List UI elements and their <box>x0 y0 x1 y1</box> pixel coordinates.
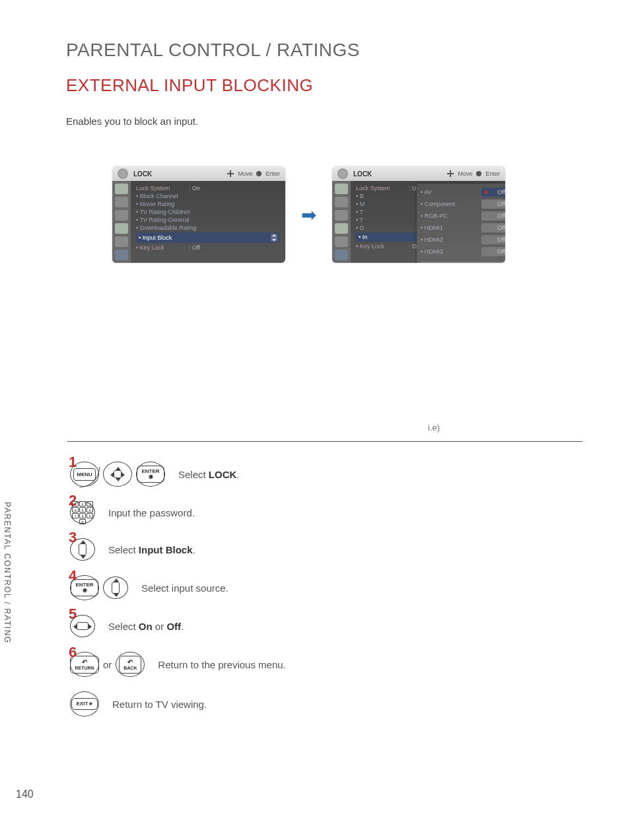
lock-icon <box>337 168 348 179</box>
instruction-steps: 1 MENU ENTER◉ Select LOCK. 2 <box>70 462 584 717</box>
osd-header: LOCK Move Enter <box>112 166 285 181</box>
osd-key-lock-row: • Key Lock : Off <box>136 244 280 251</box>
osd-screenshots-row: LOCK Move Enter <box>112 166 584 263</box>
popup-row-av: • AV Off <box>421 188 505 197</box>
side-vertical-label: PARENTAL CONTROL / RATING <box>3 502 12 644</box>
popup-row-rgbpc: • RGB-PC Off <box>421 211 505 221</box>
popup-row-hdmi2: • HDMI2 Off <box>421 235 505 244</box>
popup-close-button: Close <box>421 262 505 263</box>
osd-header: LOCK Move Enter <box>332 166 505 181</box>
step-4-text: Select input source. <box>141 582 228 594</box>
sidebar-icon <box>115 223 128 234</box>
enter-label: Enter <box>265 170 280 177</box>
sidebar-icon <box>335 250 348 260</box>
osd-panel-left: LOCK Move Enter <box>112 166 285 263</box>
enter-dot-icon <box>256 171 262 176</box>
osd-panel-right: LOCK Move Enter <box>332 166 505 263</box>
popup-row-hdmi3: • HDMI3 Off <box>421 247 505 256</box>
enter-label: Enter <box>485 170 500 177</box>
page-heading: PARENTAL CONTROL / RATINGS <box>66 40 584 61</box>
step-2-text: Input the password. <box>108 507 195 518</box>
page-number: 140 <box>16 788 34 800</box>
triangle-left-icon <box>484 190 487 195</box>
section-heading: EXTERNAL INPUT BLOCKING <box>66 75 584 96</box>
step-2: 2 123 456 789 0 Input the password. <box>70 501 584 524</box>
osd-lock-system-row: Lock System : On <box>136 185 280 192</box>
step-1: 1 MENU ENTER◉ Select LOCK. <box>70 462 584 487</box>
sidebar-icon <box>335 236 348 247</box>
step-4: 4 ENTER◉ Select input source. <box>70 575 584 600</box>
exit-button: EXIT ⎆ <box>70 691 99 717</box>
step-exit-text: Return to TV viewing. <box>112 699 207 710</box>
osd-sidebar <box>332 181 351 263</box>
step-5-text: Select On or Off. <box>108 621 184 632</box>
step-6: 6 ↶RETURN or ↶BACK Return to the previou… <box>70 652 584 677</box>
step-exit: EXIT ⎆ Return to TV viewing. <box>70 691 584 717</box>
osd-item: • TV Rating-Children <box>136 209 280 215</box>
or-text: or <box>103 659 112 670</box>
step-5: 5 Select On or Off. <box>70 615 584 637</box>
sidebar-icon <box>115 197 128 207</box>
sidebar-icon <box>335 223 348 234</box>
sidebar-icon <box>335 184 348 194</box>
step-3: 3 Select Input Block. <box>70 538 584 561</box>
divider <box>67 441 582 442</box>
direction-pad-icon <box>103 462 132 487</box>
back-button: ↶BACK <box>116 652 145 677</box>
sidebar-icon <box>115 236 128 247</box>
step-1-text: Select LOCK. <box>178 469 240 480</box>
step-6-text: Return to the previous menu. <box>158 659 285 670</box>
move-label: Move <box>458 170 472 177</box>
osd-item: • Movie Rating <box>136 201 280 207</box>
arrow-right-icon: ➡ <box>301 204 316 226</box>
lock-icon <box>118 168 128 179</box>
osd-sidebar <box>112 181 131 263</box>
up-down-button <box>103 577 128 599</box>
osd-item: • Block Channel <box>136 193 280 199</box>
osd-item-selected-input-block: • Input Block <box>136 232 280 243</box>
move-cross-icon <box>447 170 454 177</box>
move-cross-icon <box>227 170 234 177</box>
sidebar-icon <box>335 210 348 221</box>
sidebar-icon <box>115 210 128 221</box>
ie-note: i.e) <box>428 423 440 433</box>
osd-title: LOCK <box>133 170 152 178</box>
enter-button: ENTER◉ <box>136 462 165 487</box>
popup-row-component: • Component Off <box>421 199 505 209</box>
sidebar-icon <box>115 184 128 194</box>
updown-icon <box>271 234 277 242</box>
step-3-text: Select Input Block. <box>108 544 195 555</box>
enter-dot-icon <box>476 171 481 176</box>
sidebar-icon <box>335 197 348 207</box>
input-block-popup: • AV Off • Component Off • RGB-PC Off <box>417 184 505 263</box>
osd-item: • Downloadable Rating <box>136 225 280 231</box>
osd-item: • TV Rating-General <box>136 217 280 223</box>
popup-row-hdmi1: • HDMI1 Off <box>421 223 505 232</box>
intro-text: Enables you to block an input. <box>66 116 584 127</box>
osd-title: LOCK <box>353 170 372 178</box>
move-label: Move <box>238 170 252 177</box>
sidebar-icon <box>115 250 128 260</box>
